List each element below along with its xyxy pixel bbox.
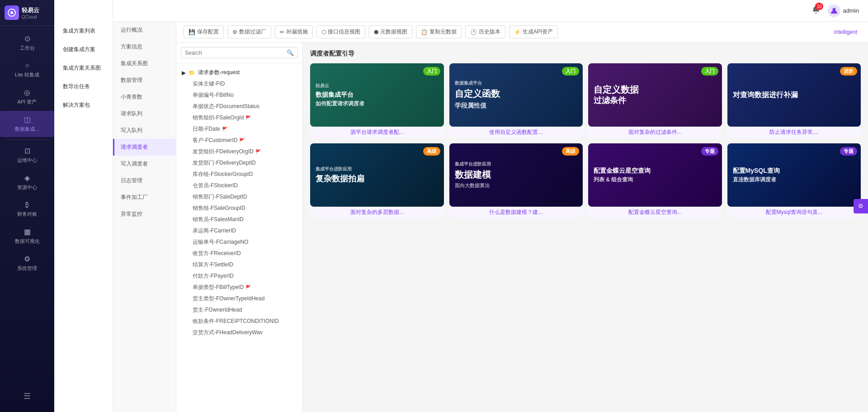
second-nav-data-export[interactable]: 数导出任务 — [54, 77, 113, 96]
nav-item-api[interactable]: ◎ API 资产 — [0, 84, 54, 110]
guide-card-8[interactable]: 专题 配置MySQL查询 直连数据库调度者 — [727, 143, 861, 207]
tree-item-fpayerid[interactable]: 付款方-FPayerID — [176, 270, 302, 282]
history-button[interactable]: 🕐 历史版本 — [465, 25, 505, 38]
card-wrapper-7: 专题 配置金蝶云星空查询 列表 & 组合查询 配置金蝶云星空查询... — [588, 143, 722, 218]
nav-item-visualization[interactable]: ▦ 数据可视化 — [0, 223, 54, 249]
nav-divider — [5, 139, 49, 140]
nav-item-ops[interactable]: ⊡ 运维中心 — [0, 142, 54, 168]
copy-meta-button[interactable]: 📋 复制元数据 — [416, 25, 462, 38]
tree-item-fcarrierid[interactable]: 承运商-FCarrierID — [176, 225, 302, 237]
third-nav-solution-info[interactable]: 方案信息 — [113, 38, 176, 55]
tree-item-fsettleid[interactable]: 结算方-FSettleID — [176, 259, 302, 270]
tree-item-fid[interactable]: 实体主键-FID — [176, 78, 302, 90]
search-box: 🔍 — [176, 43, 302, 63]
content-wrapper: 10 admin 运行概况 方案信息 集成关系图 数据管理 小青查数 请求队列 … — [113, 0, 868, 412]
interface-view-button[interactable]: ⬡ 接口信息视图 — [316, 25, 365, 38]
save-config-button[interactable]: 💾 保存配置 — [184, 25, 224, 38]
card-link-1[interactable]: 源平台请求调度者配... — [310, 127, 444, 138]
tree-item-fsaleorgid[interactable]: 销售组织-FSaleOrgId 🚩 — [176, 112, 302, 123]
search-input-wrap[interactable]: 🔍 — [181, 47, 298, 58]
supplement-label: 补漏措施 — [286, 28, 308, 36]
second-nav-solution-map[interactable]: 集成方案关系图 — [54, 59, 113, 77]
card-link-6[interactable]: 什么是数据建模？建... — [449, 207, 583, 218]
nav-item-data-integration[interactable]: ◫ 数据集成... — [0, 111, 54, 137]
notification-count: 10 — [815, 3, 823, 10]
tree-item-freceiverid[interactable]: 收货方-FReceiverID — [176, 248, 302, 259]
card-badge-8: 专题 — [840, 147, 857, 156]
guide-card-1[interactable]: 入门 轻易云 数据集成平台 如何配置请求调度者 — [310, 63, 444, 127]
third-nav-data-mgmt[interactable]: 数据管理 — [113, 72, 176, 89]
third-nav-event-factory[interactable]: 事件加工厂 — [113, 189, 176, 206]
nav-label-workbench: 工作台 — [20, 45, 35, 52]
nav-item-finance[interactable]: ₿ 财务对账 — [0, 196, 54, 222]
tree-item-fowneridhead[interactable]: 货主-FOwnerIdHead — [176, 304, 302, 316]
tree-item-fheaddeliverywav[interactable]: 交货方式-FHeadDeliveryWav — [176, 327, 302, 338]
search-input[interactable] — [185, 50, 284, 56]
third-nav-counter[interactable]: 小青查数 — [113, 89, 176, 105]
meta-view-button[interactable]: ⬢ 元数据视图 — [369, 25, 412, 38]
card-wrapper-4: 进阶 对查询数据进行补漏 防止请求任务异常,... — [727, 63, 861, 138]
third-nav-run-overview[interactable]: 运行概况 — [113, 22, 176, 38]
guide-card-3[interactable]: 入门 自定义数据 过滤条件 — [588, 63, 722, 127]
param-tree: ▶ 📁 请求参数-request 实体主键-FID 单据编号-FBillNo 单… — [176, 63, 302, 412]
settings-float-button[interactable]: ⚙ — [854, 199, 868, 213]
nav-item-workbench[interactable]: ⊙ 工作台 — [0, 30, 54, 56]
logo-area[interactable]: 轻易云 QCloud — [0, 0, 54, 26]
card-wrapper-6: 高级 集成平台进阶应用 数据建模 面向大数据算法 什么是数据建模？建... — [449, 143, 583, 218]
second-nav-solution-pkg[interactable]: 解决方案包 — [54, 96, 113, 114]
tree-item-fbilltypeid[interactable]: 单据类型-FBillTypeID 🚩 — [176, 282, 302, 293]
third-nav-request-adjuster[interactable]: 请求调度者 — [113, 139, 176, 156]
nav-item-resources[interactable]: ◈ 资源中心 — [0, 169, 54, 195]
tree-item-fstockergroupid[interactable]: 库存组-FStockerGroupID — [176, 169, 302, 180]
tree-item-fsalesmanid[interactable]: 销售员-FSalesManID — [176, 214, 302, 225]
nav-label-lite: Lite 轻集成 — [15, 71, 39, 78]
card-link-7[interactable]: 配置金蝶云星空查询... — [588, 207, 722, 218]
intelligent-link[interactable]: intelligent — [830, 27, 861, 38]
guide-card-5[interactable]: 高级 集成平台进阶应用 复杂数据拍扁 — [310, 143, 444, 207]
tree-item-fdate[interactable]: 日期-FDate 🚩 — [176, 123, 302, 135]
nav-item-sysadmin[interactable]: ⚙ 系统管理 — [0, 250, 54, 276]
tree-item-fcustomerid[interactable]: 客户-FCustomerID 🚩 — [176, 135, 302, 146]
third-nav-exception-monitor[interactable]: 异常监控 — [113, 206, 176, 223]
nav-label-finance: 财务对账 — [17, 211, 37, 218]
user-area[interactable]: admin — [828, 5, 859, 17]
tree-item-freceiptconditionid[interactable]: 收款条件-FRECEIPTCONDITIONID — [176, 316, 302, 327]
card-link-8[interactable]: 配置Mysql查询语句直... — [727, 207, 861, 218]
card-link-3[interactable]: 面对复杂的过滤条件... — [588, 127, 722, 138]
guide-card-6[interactable]: 高级 集成平台进阶应用 数据建模 面向大数据算法 — [449, 143, 583, 207]
second-nav-solution-list[interactable]: 集成方案列表 — [54, 22, 113, 40]
main-content-area: 💾 保存配置 ⚙ 数据过滤厂 ✏ 补漏措施 ⬡ 接口信息视图 ⬢ 元数据视 — [176, 22, 868, 412]
nav-item-lite[interactable]: ○ Lite 轻集成 — [0, 57, 54, 83]
tree-item-fdeliveryorgid[interactable]: 发货组织-FDeliveryOrgID 🚩 — [176, 146, 302, 157]
guide-card-7[interactable]: 专题 配置金蝶云星空查询 列表 & 组合查询 — [588, 143, 722, 207]
sysadmin-icon: ⚙ — [24, 255, 30, 263]
tree-item-fdocstatus[interactable]: 单据状态-FDocumentStatus — [176, 101, 302, 112]
tree-item-fbillno[interactable]: 单据编号-FBillNo — [176, 90, 302, 101]
menu-toggle-icon[interactable]: ☰ — [20, 388, 34, 405]
third-nav-write-queue[interactable]: 写入队列 — [113, 122, 176, 139]
guide-card-4[interactable]: 进阶 对查询数据进行补漏 — [727, 63, 861, 127]
tree-item-fdeliverydeptid[interactable]: 发货部门-FDeliveryDeptID — [176, 157, 302, 169]
card-link-5[interactable]: 面对复杂的多层数据... — [310, 207, 444, 218]
data-filter-button[interactable]: ⚙ 数据过滤厂 — [227, 25, 271, 38]
gen-api-button[interactable]: ⚡ 生成API资产 — [509, 25, 558, 38]
tree-item-fcustomerid-label: 客户-FCustomerID — [193, 137, 237, 144]
notification-bell[interactable]: 10 — [811, 5, 821, 16]
workbench-icon: ⊙ — [24, 34, 30, 43]
third-nav-integration-map[interactable]: 集成关系图 — [113, 55, 176, 72]
guide-card-2[interactable]: 入门 数据集成平台 自定义函数 学段属性值 — [449, 63, 583, 127]
third-nav-log-mgmt[interactable]: 日志管理 — [113, 172, 176, 189]
second-nav-create-solution[interactable]: 创建集成方案 — [54, 40, 113, 59]
tree-item-fsaledeptid[interactable]: 销售部门-FSaleDeptID — [176, 191, 302, 203]
tree-item-fcarriageno[interactable]: 运输单号-FCarriageNO — [176, 237, 302, 248]
tree-item-fsalegroupid[interactable]: 销售组-FSaleGroupID — [176, 203, 302, 214]
supplement-icon: ✏ — [280, 29, 284, 35]
tree-item-fowneridhead-label: 货主-FOwnerIdHead — [193, 306, 242, 314]
tree-item-fownertypeidhead[interactable]: 货主类型-FOwnerTypeIdHead — [176, 293, 302, 304]
third-nav-write-adjuster[interactable]: 写入调度者 — [113, 156, 176, 172]
third-nav-request-queue[interactable]: 请求队列 — [113, 105, 176, 122]
card-link-2[interactable]: 使用自定义函数配置... — [449, 127, 583, 138]
supplement-button[interactable]: ✏ 补漏措施 — [275, 25, 313, 38]
card-link-4[interactable]: 防止请求任务异常,... — [727, 127, 861, 138]
tree-item-fstockerid[interactable]: 仓管员-FStockerID — [176, 180, 302, 191]
